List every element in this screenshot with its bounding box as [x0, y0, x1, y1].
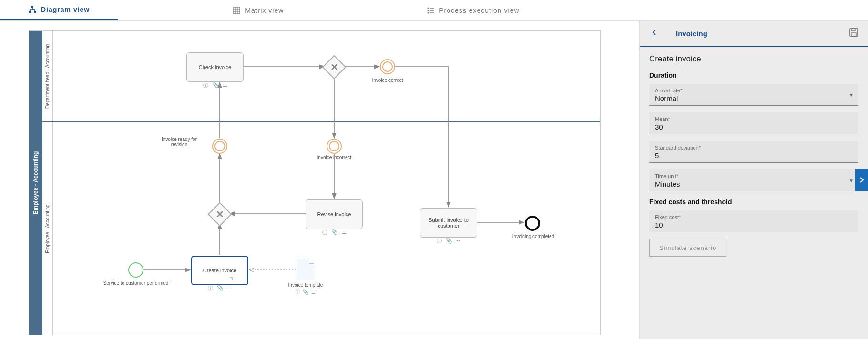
doc-indicators: ⓘ 📎 ⚍ [272, 289, 339, 296]
field-value: 5 [655, 151, 853, 160]
field-label: Arrival rate* [655, 88, 853, 93]
task-indicators: ⓘ📎⚍ [203, 82, 227, 89]
event-end-invoicing[interactable] [525, 216, 540, 231]
field-mean[interactable]: Mean* 30 [649, 112, 858, 134]
tab-matrix-view[interactable]: Matrix view [204, 0, 312, 20]
field-label: Mean* [655, 116, 853, 122]
pointer-cursor-icon: ☜ [229, 274, 236, 283]
hierarchy-icon [29, 6, 36, 13]
task-revise-invoice[interactable]: Revise invoice ⓘ📎⚍ [306, 199, 363, 229]
attachment-icon: 📎 [212, 82, 219, 89]
svg-rect-2 [34, 11, 36, 13]
info-icon: ⓘ [322, 229, 327, 236]
tab-label: Process execution view [439, 7, 519, 14]
pool-header[interactable]: Employee - Accounting [29, 31, 42, 335]
label-service-performed: Service to customer performed [102, 280, 169, 286]
field-value: 30 [655, 123, 853, 131]
x-icon: ✕ [330, 61, 338, 73]
view-tabs: Diagram view Matrix view Process executi… [0, 0, 868, 21]
section-costs: Fixed costs and threshold [649, 198, 858, 206]
subprocess-icon: ⚍ [227, 285, 232, 292]
attachment-icon: 📎 [217, 285, 224, 292]
task-check-invoice[interactable]: Check invoice ⓘ📎⚍ [186, 52, 244, 82]
chevron-down-icon: ▼ [849, 92, 854, 97]
task-indicators: ⓘ📎⚍ [208, 285, 232, 292]
svg-rect-0 [31, 6, 33, 8]
panel-body: Create invoice Duration Arrival rate* No… [640, 47, 868, 264]
task-label: Submit invoice to customer [422, 217, 475, 229]
list-icon [427, 7, 434, 14]
tab-label: Matrix view [245, 7, 284, 14]
field-label: Fixed cost* [655, 214, 853, 220]
chevron-left-icon [651, 29, 658, 36]
info-icon: ⓘ [203, 82, 208, 89]
event-start-service[interactable] [128, 262, 143, 278]
label-invoice-template: Invoice template [272, 282, 339, 288]
task-label: Revise invoice [317, 211, 351, 217]
svg-rect-1 [29, 11, 31, 13]
tab-diagram-view[interactable]: Diagram view [0, 0, 118, 20]
chevron-right-icon [859, 177, 865, 183]
svg-point-9 [428, 10, 429, 11]
field-label: Standard deviation* [655, 145, 853, 150]
section-duration: Duration [649, 71, 858, 79]
lane-name: Department head - Accounting [45, 44, 50, 108]
svg-rect-3 [233, 7, 240, 14]
label-invoice-correct: Invoice correct [354, 78, 421, 83]
attachment-icon: 📎 [331, 229, 338, 236]
x-icon: ✕ [216, 209, 224, 220]
field-time-unit[interactable]: Time unit* Minutes ▼ [649, 170, 858, 191]
svg-rect-27 [851, 33, 856, 36]
panel-title: Invoicing [676, 30, 847, 38]
save-icon [849, 28, 858, 37]
task-create-invoice[interactable]: Create invoice ☜ ⓘ📎⚍ [191, 256, 248, 285]
save-button[interactable] [847, 26, 860, 41]
svg-point-8 [428, 7, 429, 9]
panel-expand-toggle[interactable] [855, 169, 868, 191]
data-object-invoice-template[interactable] [297, 259, 314, 280]
gateway-invoice-check[interactable]: ✕ [322, 55, 347, 80]
field-value: Normal [655, 94, 853, 102]
gateway-merge[interactable]: ✕ [208, 202, 232, 227]
swimlane-pool: Employee - Accounting Department head - … [29, 30, 601, 335]
pool-name: Employee - Accounting [32, 151, 39, 215]
attachment-icon: 📎 [446, 238, 452, 245]
back-button[interactable] [647, 27, 662, 40]
info-icon: ⓘ [208, 285, 213, 292]
subprocess-icon: ⚍ [456, 238, 461, 245]
grid-icon [233, 7, 240, 14]
task-label: Check invoice [199, 64, 231, 70]
task-label: Create invoice [203, 268, 236, 273]
field-fixed-cost[interactable]: Fixed cost* 10 [649, 210, 858, 232]
tab-label: Diagram view [41, 6, 90, 13]
event-invoice-incorrect[interactable] [327, 139, 342, 154]
lane-header-1[interactable]: Department head - Accounting [42, 31, 53, 121]
chevron-down-icon: ▼ [849, 178, 854, 183]
task-indicators: ⓘ📎⚍ [322, 229, 347, 236]
svg-point-10 [428, 12, 429, 13]
event-invoice-correct[interactable] [380, 59, 395, 74]
label-invoice-ready: Invoice ready for revision [153, 137, 205, 147]
field-label: Time unit* [655, 173, 853, 179]
tab-process-execution-view[interactable]: Process execution view [398, 0, 548, 20]
label-invoicing-completed: Invoicing completed [500, 234, 567, 239]
diagram-area: Check invoice ⓘ📎⚍ ✕ Invoice correct Invo… [53, 31, 600, 335]
field-value: 10 [655, 221, 853, 229]
diagram-canvas[interactable]: Employee - Accounting Department head - … [0, 21, 639, 339]
subprocess-icon: ⚍ [342, 229, 347, 236]
subprocess-icon: ⚍ [223, 82, 227, 89]
lane-header-2[interactable]: Employee - Accounting [42, 121, 53, 336]
simulate-scenario-button[interactable]: Simulate scenario [649, 239, 726, 257]
panel-header: Invoicing [640, 21, 868, 47]
task-indicators: ⓘ📎⚍ [437, 238, 461, 245]
selected-element-title: Create invoice [649, 54, 858, 64]
task-submit-invoice[interactable]: Submit invoice to customer ⓘ📎⚍ [420, 208, 477, 238]
properties-panel: Invoicing Create invoice Duration Arriva… [639, 21, 868, 339]
lane-name: Employee - Accounting [45, 204, 50, 253]
info-icon: ⓘ [437, 238, 442, 245]
field-value: Minutes [655, 180, 853, 188]
field-arrival-rate[interactable]: Arrival rate* Normal ▼ [649, 84, 858, 106]
field-stddev[interactable]: Standard deviation* 5 [649, 141, 858, 163]
event-invoice-ready[interactable] [212, 139, 227, 154]
label-invoice-incorrect: Invoice incorrect [301, 155, 368, 160]
